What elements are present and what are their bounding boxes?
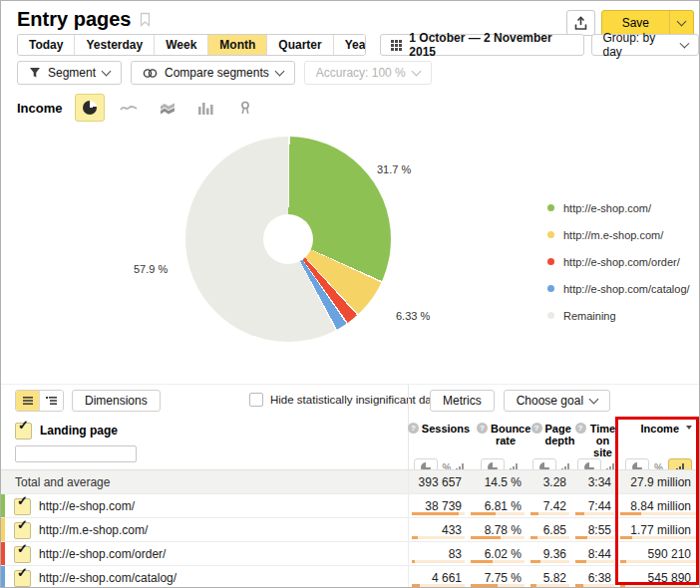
export-icon [573, 16, 588, 31]
income-value: 545 890 [648, 571, 691, 585]
hide-insignificant-label: Hide statistically insignificant data [270, 394, 441, 406]
tree-view-button[interactable] [39, 391, 63, 411]
choose-goal-dropdown[interactable]: Choose goal [504, 390, 610, 412]
bounce-rate-total: 14.5 % [485, 475, 522, 489]
tab-week[interactable]: Week [154, 35, 207, 55]
data-table-section: Dimensions Hide statistically insignific… [1, 384, 699, 588]
bookmark-icon[interactable] [140, 12, 151, 27]
chevron-down-icon [680, 39, 690, 49]
compare-segments-dropdown[interactable]: Compare segments [131, 61, 295, 85]
landing-cell: ✓ http://e-shop.com/catalog/ [1, 566, 408, 588]
legend-item[interactable]: Remaining [547, 302, 690, 329]
row-checkbox[interactable]: ✓ [14, 522, 31, 539]
help-icon[interactable]: ? [575, 423, 586, 434]
landing-cell: ✓ http://e-shop.com/ [1, 494, 408, 517]
checkmark-icon: ✓ [17, 541, 28, 556]
landing-page-url[interactable]: http://e-shop.com/order/ [39, 547, 166, 561]
hide-insignificant-checkbox[interactable] [249, 393, 263, 407]
segment-controls: Segment Compare segments Accuracy: 100 % [17, 61, 432, 85]
income-value: 590 210 [648, 547, 691, 561]
total-row: Total and average 393 657 14.5 % 3.28 3:… [1, 469, 699, 494]
checkmark-icon: ✓ [17, 565, 28, 580]
column-label[interactable]: Sessions [422, 423, 470, 435]
map-type-button[interactable] [230, 94, 260, 122]
slice-percent-label: 31.7 % [377, 163, 411, 175]
time-on-site-value: 6:38 [588, 571, 611, 585]
group-by-label: Group: by day [602, 31, 674, 59]
landing-page-url[interactable]: http://m.e-shop.com/ [39, 523, 148, 537]
help-icon[interactable]: ? [477, 423, 488, 434]
landing-cell: ✓ http://m.e-shop.com/ [1, 518, 408, 541]
pie-chart-type-button[interactable] [75, 94, 105, 122]
group-by-dropdown[interactable]: Group: by day [591, 34, 699, 56]
segment-label: Segment [48, 66, 96, 80]
accuracy-label: Accuracy: 100 % [316, 66, 406, 80]
chart-type-switcher [75, 94, 260, 122]
time-on-site-value: 8:44 [588, 547, 611, 561]
table-header: ✓ Landing page ? Sessions % [1, 416, 699, 470]
flat-list-view-button[interactable] [16, 391, 39, 411]
legend-item[interactable]: http://e-shop.com/ [547, 194, 690, 221]
row-checkbox[interactable]: ✓ [14, 498, 31, 515]
chevron-down-icon [411, 67, 421, 77]
tab-quarter[interactable]: Quarter [266, 35, 332, 55]
line-chart-type-button[interactable] [114, 94, 144, 122]
legend-item[interactable]: http://e-shop.com/order/ [547, 248, 690, 275]
chart-metric-row: Income [17, 94, 260, 122]
view-toggle-group [15, 390, 64, 412]
segment-dropdown[interactable]: Segment [17, 61, 122, 85]
landing-page-url[interactable]: http://e-shop.com/ [39, 499, 135, 513]
help-icon[interactable]: ? [408, 423, 419, 434]
value-bar [412, 512, 459, 515]
landing-page-filter-input[interactable] [15, 445, 137, 462]
sessions-value: 4 661 [432, 571, 462, 585]
column-chart-type-button[interactable] [191, 94, 221, 122]
calendar-icon [391, 40, 402, 51]
row-checkbox[interactable]: ✓ [14, 570, 31, 587]
column-label[interactable]: Bounce rate [491, 423, 521, 446]
tab-year[interactable]: Year [333, 35, 367, 55]
period-tab-group: Today Yesterday Week Month Quarter Year [17, 34, 366, 56]
tab-yesterday[interactable]: Yesterday [74, 35, 154, 55]
select-all-checkbox[interactable]: ✓ [15, 423, 32, 440]
legend-item[interactable]: http://m.e-shop.com/ [547, 221, 690, 248]
column-label[interactable]: Income [640, 423, 679, 435]
time-on-site-total: 3:34 [588, 475, 611, 489]
row-color-strip [1, 494, 5, 517]
toolbar-left: Dimensions [15, 390, 161, 412]
page-depth-value: 7.42 [543, 499, 566, 513]
table-row: ✓ http://e-shop.com/order/ 83 6.02 % 9.3… [1, 542, 699, 566]
tab-month[interactable]: Month [207, 35, 266, 55]
table-row: ✓ http://e-shop.com/ 38 739 6.81 % 7.42 … [1, 494, 699, 518]
toolbar-divider [408, 385, 409, 416]
date-range-picker[interactable]: 1 October — 2 November 2015 [380, 34, 584, 56]
row-checkbox[interactable]: ✓ [14, 546, 31, 563]
entry-pages-report: Entry pages Save Today Yesterday Week Mo… [0, 0, 700, 588]
page-depth-value: 9.36 [543, 547, 566, 561]
donut-hole [263, 214, 313, 264]
column-label[interactable]: Page depth [545, 423, 571, 446]
sessions-value: 38 739 [425, 499, 462, 513]
landing-cell: Total and average [1, 470, 408, 493]
chart-legend: http://e-shop.com/ http://m.e-shop.com/ … [547, 194, 690, 329]
date-range-label: 1 October — 2 November 2015 [409, 31, 573, 59]
save-label: Save [622, 16, 649, 30]
pie-chart-icon [83, 101, 97, 115]
landing-page-url[interactable]: http://e-shop.com/catalog/ [39, 571, 176, 585]
legend-item[interactable]: http://e-shop.com/catalog/ [547, 275, 690, 302]
metrics-button[interactable]: Metrics [430, 390, 495, 412]
income-value: 8.84 million [630, 499, 691, 513]
help-icon[interactable]: ? [531, 423, 542, 434]
page-depth-total: 3.28 [543, 475, 566, 489]
tree-view-icon [46, 397, 57, 405]
metric-column-headers: ? Sessions % ? Bounce rate [408, 416, 700, 469]
slice-percent-label: 57.9 % [134, 263, 168, 275]
legend-label: http://e-shop.com/order/ [563, 256, 680, 268]
tab-today[interactable]: Today [18, 35, 74, 55]
stacked-area-type-button[interactable] [153, 94, 182, 122]
income-total: 27.9 million [630, 475, 691, 489]
column-label[interactable]: Time on site [589, 423, 617, 458]
dimensions-button[interactable]: Dimensions [72, 390, 161, 412]
funnel-icon [29, 67, 41, 79]
accuracy-dropdown[interactable]: Accuracy: 100 % [304, 61, 432, 85]
